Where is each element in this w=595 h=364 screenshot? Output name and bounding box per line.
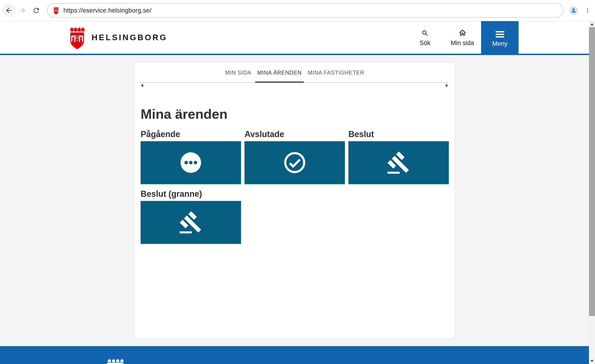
- hamburger-icon: [496, 31, 504, 38]
- reload-icon: [32, 7, 40, 14]
- forward-button[interactable]: [16, 4, 29, 17]
- gavel-icon: [387, 151, 411, 175]
- tile-group-beslut: Beslut: [348, 129, 449, 184]
- tabs: MIN SIDA MINA ÄRENDEN MINA FASTIGHETER: [135, 63, 455, 83]
- footer: [0, 346, 595, 364]
- brand-text: HELSINGBORG: [92, 33, 168, 42]
- min-sida-nav-button[interactable]: Min sida: [444, 21, 481, 54]
- back-icon: [5, 7, 13, 14]
- tile-pagaende[interactable]: [141, 141, 241, 184]
- tab-mina-arenden[interactable]: MINA ÄRENDEN: [254, 63, 305, 83]
- tab-strip: MIN SIDA MINA ÄRENDEN MINA FASTIGHETER: [135, 63, 455, 83]
- search-label: Sök: [419, 40, 431, 47]
- menu-button[interactable]: Meny: [481, 21, 518, 55]
- tile-beslut[interactable]: [348, 141, 449, 184]
- menu-label: Meny: [492, 40, 507, 47]
- browser-menu-button[interactable]: [583, 6, 592, 15]
- tile-group-beslut-granne: Beslut (granne): [141, 189, 241, 244]
- content-card: MIN SIDA MINA ÄRENDEN MINA FASTIGHETER M…: [135, 63, 455, 339]
- tile-group-avslutade: Avslutade: [245, 129, 345, 184]
- browser-menu-icon: [584, 7, 591, 14]
- tile-group-pagaende: Pågående: [141, 129, 241, 184]
- header-nav: Sök Min sida Meny: [406, 21, 518, 54]
- helsingborg-logo[interactable]: HELSINGBORG: [70, 21, 168, 54]
- reload-button[interactable]: [30, 4, 43, 17]
- gavel-icon: [179, 210, 203, 234]
- scrollbar[interactable]: [589, 21, 595, 364]
- profile-icon: [571, 7, 577, 14]
- search-icon: [421, 29, 429, 37]
- tile-avslutade[interactable]: [245, 141, 345, 184]
- check-circle-icon: [283, 151, 307, 175]
- home-icon: [458, 28, 467, 37]
- tile-label: Beslut: [348, 129, 449, 139]
- forward-icon: [19, 7, 27, 14]
- site-favicon: [53, 7, 59, 14]
- profile-avatar[interactable]: [569, 6, 578, 15]
- screen: { "browser": { "url": "https://eservice.…: [0, 0, 595, 364]
- url-bar[interactable]: https://eservice.helsingborg.se/: [47, 3, 563, 18]
- tab-min-sida[interactable]: MIN SIDA: [222, 63, 254, 83]
- min-sida-label: Min sida: [451, 40, 474, 47]
- scrollbar-down-icon: [590, 360, 594, 362]
- search-nav-button[interactable]: Sök: [406, 21, 444, 54]
- tabs-scroll-left-icon[interactable]: [141, 84, 143, 87]
- helsingborg-crest-icon: [70, 26, 85, 49]
- scrollbar-up-icon: [590, 23, 594, 25]
- tabs-scroll-right-icon[interactable]: [446, 84, 448, 87]
- scrollbar-thumb[interactable]: [589, 27, 595, 316]
- page-title: Mina ärenden: [141, 106, 449, 122]
- scrollbar-up-button[interactable]: [589, 21, 595, 27]
- footer-crest-icon: [107, 358, 124, 364]
- site-header: HELSINGBORG Sök Min sida Meny: [0, 21, 595, 55]
- tile-label: Pågående: [141, 129, 241, 139]
- tile-label: Beslut (granne): [141, 189, 241, 199]
- url-text: https://eservice.helsingborg.se/: [64, 7, 152, 14]
- page-background: MIN SIDA MINA ÄRENDEN MINA FASTIGHETER M…: [0, 55, 595, 346]
- ellipsis-circle-icon: [179, 151, 203, 175]
- browser-toolbar: https://eservice.helsingborg.se/: [0, 0, 595, 21]
- tile-label: Avslutade: [245, 129, 345, 139]
- tile-beslut-granne[interactable]: [141, 201, 241, 244]
- tile-grid: Pågående Avslutade: [141, 129, 449, 244]
- scrollbar-down-button[interactable]: [589, 358, 595, 364]
- back-button[interactable]: [2, 4, 15, 17]
- tab-mina-fastigheter[interactable]: MINA FASTIGHETER: [305, 63, 367, 83]
